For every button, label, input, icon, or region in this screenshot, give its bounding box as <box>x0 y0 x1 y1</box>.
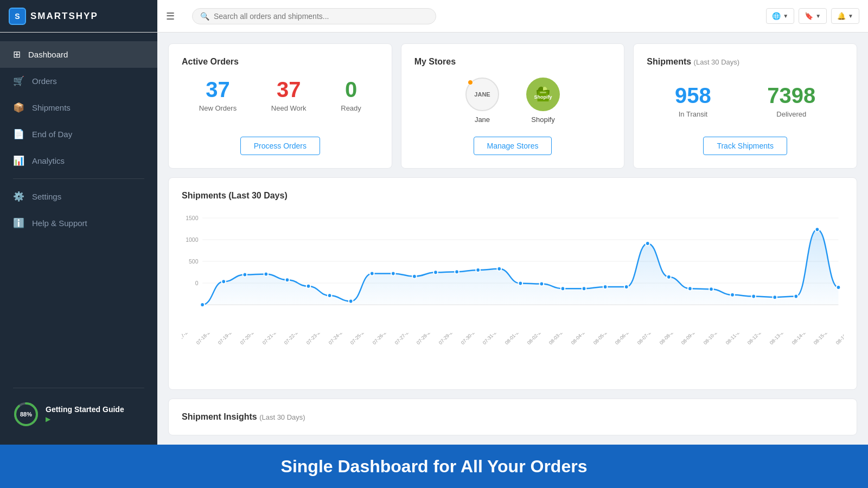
x-axis-label: 08-16-2019 <box>835 333 844 345</box>
svg-point-19 <box>307 284 311 288</box>
ready-value: 0 <box>341 78 361 102</box>
globe-button[interactable]: 🌐 ▼ <box>766 8 794 24</box>
bookmark-chevron: ▼ <box>815 13 821 19</box>
x-axis-label: 07-31-2019 <box>482 333 503 345</box>
sidebar-nav: ⊞ Dashboard 🛒 Orders 📦 Shipments 📄 End o… <box>0 41 157 236</box>
x-axis-label: 08-06-2019 <box>614 333 636 345</box>
x-axis-label: 07-30-2019 <box>459 333 481 345</box>
settings-icon: ⚙️ <box>13 191 24 202</box>
x-axis-label: 07-23-2019 <box>305 333 327 345</box>
in-transit-value: 958 <box>675 84 711 108</box>
sidebar-item-end-of-day[interactable]: 📄 End of Day <box>0 121 157 147</box>
svg-point-22 <box>370 271 374 275</box>
x-axis-label: 07-21-2019 <box>261 333 283 345</box>
globe-chevron: ▼ <box>783 13 788 19</box>
progress-circle: 88% <box>13 401 39 427</box>
in-transit-label: In Transit <box>675 110 711 118</box>
svg-point-15 <box>221 279 226 284</box>
svg-point-43 <box>815 227 820 232</box>
x-axis-label: 08-09-2019 <box>680 333 702 345</box>
svg-point-29 <box>518 281 522 286</box>
x-axis-label: 07-22-2019 <box>283 333 305 345</box>
globe-icon: 🌐 <box>772 12 781 20</box>
delivered-stat: 7398 Delivered <box>767 84 815 118</box>
sidebar-item-shipments[interactable]: 📦 Shipments <box>0 94 157 121</box>
sidebar-item-orders[interactable]: 🛒 Orders <box>0 68 157 94</box>
dashboard-icon: ⊞ <box>13 49 21 60</box>
x-axis-label: 07-19-2019 <box>217 333 239 345</box>
cards-row: Active Orders 37 New Orders 37 Need Work… <box>168 43 857 169</box>
sidebar-label-settings: Settings <box>32 192 61 201</box>
sidebar-item-dashboard[interactable]: ⊞ Dashboard <box>0 41 157 68</box>
svg-point-35 <box>646 241 650 246</box>
x-axis-label: 08-15-2019 <box>813 333 834 345</box>
manage-stores-button[interactable]: Manage Stores <box>474 137 552 155</box>
shopify-store-name: Shopify <box>531 115 554 124</box>
main-content: Active Orders 37 New Orders 37 Need Work… <box>157 33 868 445</box>
svg-point-36 <box>667 275 671 279</box>
in-transit-stat: 958 In Transit <box>675 84 711 118</box>
x-axis-label: 08-04-2019 <box>570 333 592 345</box>
shopify-bag-icon: Shopify <box>533 84 553 105</box>
svg-point-42 <box>794 294 799 299</box>
x-axis-label: 08-10-2019 <box>703 333 724 345</box>
need-work-value: 37 <box>271 78 307 102</box>
process-orders-button[interactable]: Process Orders <box>240 137 320 155</box>
svg-text:500: 500 <box>189 258 199 265</box>
menu-toggle[interactable]: ☰ <box>166 10 175 22</box>
x-axis-label: 08-12-2019 <box>746 333 768 345</box>
sidebar-divider-1 <box>13 178 144 179</box>
jane-store-name: Jane <box>475 115 490 124</box>
chart-card: Shipments (Last 30 Days) 1500 1000 500 0 <box>168 177 857 390</box>
sidebar-item-help[interactable]: ℹ️ Help & Support <box>0 210 157 236</box>
getting-started-label: Getting Started Guide <box>46 405 124 414</box>
my-stores-card: My Stores JANE Jane <box>401 43 625 169</box>
x-axis-label: 08-01-2019 <box>504 333 526 345</box>
bookmark-button[interactable]: 🔖 ▼ <box>799 8 827 24</box>
x-axis-label: 07-17-2019 <box>182 333 194 345</box>
svg-point-18 <box>285 278 290 282</box>
bottom-banner: Single Dashboard for All Your Orders <box>0 445 868 488</box>
insights-card: Shipment Insights (Last 30 Days) <box>168 399 857 435</box>
svg-text:1500: 1500 <box>186 215 198 221</box>
x-axis-label: 08-11-2019 <box>724 333 746 345</box>
x-axis-label: 08-14-2019 <box>790 333 812 345</box>
shipments-chart: 1500 1000 500 0 <box>182 207 844 332</box>
sidebar-label-end-of-day: End of Day <box>32 130 72 139</box>
x-axis-label: 07-18-2019 <box>195 333 216 345</box>
need-work-label: Need Work <box>271 104 307 112</box>
sidebar-label-analytics: Analytics <box>32 156 65 165</box>
x-axis-label: 07-29-2019 <box>438 333 459 345</box>
logo: S SMARTSHYP <box>9 8 98 25</box>
track-shipments-button[interactable]: Track Shipments <box>703 137 787 155</box>
store-shopify: Shopify Shopify <box>526 78 560 124</box>
sidebar-divider-2 <box>13 388 144 388</box>
svg-text:0: 0 <box>195 280 199 286</box>
x-axis-label: 08-05-2019 <box>592 333 614 345</box>
my-stores-title: My Stores <box>414 57 611 67</box>
getting-started[interactable]: 88% Getting Started Guide ▶ <box>0 393 157 436</box>
store-jane: JANE Jane <box>465 78 499 124</box>
sidebar-label-dashboard: Dashboard <box>28 50 68 59</box>
new-orders-value: 37 <box>199 78 237 102</box>
shipments-card-title: Shipments (Last 30 Days) <box>647 57 844 67</box>
svg-point-32 <box>582 286 586 291</box>
notification-button[interactable]: 🔔 ▼ <box>831 8 859 24</box>
x-axis-label: 07-27-2019 <box>393 333 415 345</box>
svg-point-17 <box>264 272 269 276</box>
x-axis-label: 07-28-2019 <box>416 333 437 345</box>
delivered-value: 7398 <box>767 84 815 108</box>
sidebar-item-settings[interactable]: ⚙️ Settings <box>0 183 157 210</box>
svg-point-26 <box>455 269 459 274</box>
insights-title: Shipment Insights (Last 30 Days) <box>182 412 844 422</box>
sidebar-item-analytics[interactable]: 📊 Analytics <box>0 147 157 174</box>
svg-point-33 <box>603 285 608 289</box>
x-axis-label: 08-13-2019 <box>769 333 790 345</box>
svg-point-21 <box>349 299 353 304</box>
sidebar-label-shipments: Shipments <box>32 103 71 112</box>
chart-container: 1500 1000 500 0 <box>182 207 844 332</box>
search-input[interactable] <box>214 12 428 21</box>
svg-point-25 <box>433 270 438 274</box>
ready-stat: 0 Ready <box>341 78 361 112</box>
x-axis-label: 08-08-2019 <box>658 333 680 345</box>
